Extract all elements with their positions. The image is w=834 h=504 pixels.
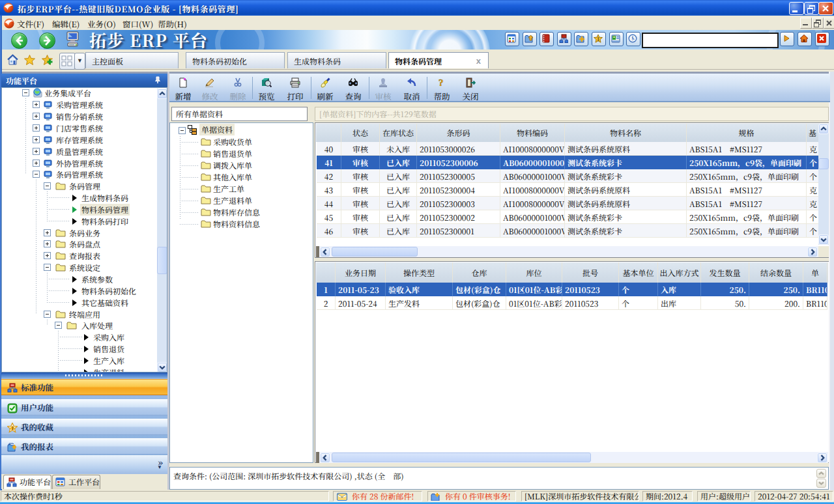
svg-text:1: 1	[597, 35, 599, 42]
svg-text:?: ?	[439, 77, 444, 88]
svg-text:1: 1	[631, 35, 633, 42]
